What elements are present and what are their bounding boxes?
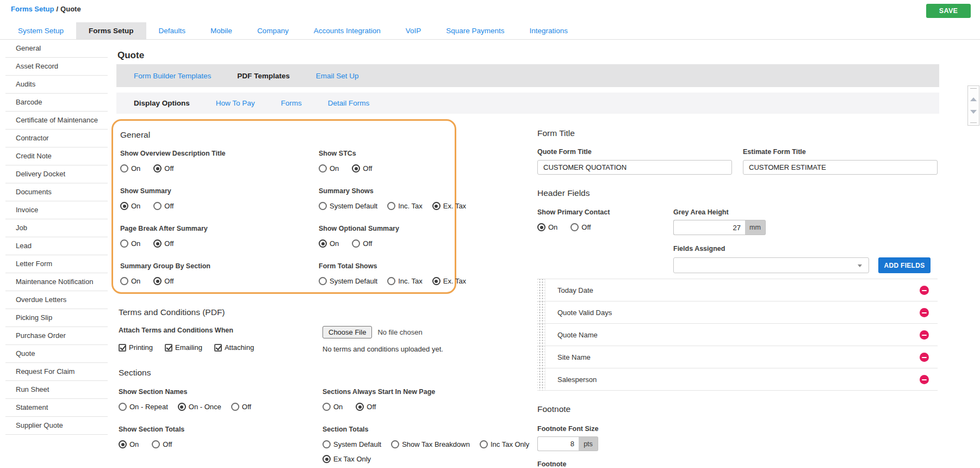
sidebar-item-audits[interactable]: Audits [5,76,108,94]
tab-display-options[interactable]: Display Options [134,99,190,107]
sidebar-item-overdue-letters[interactable]: Overdue Letters [5,291,108,309]
radio-option[interactable]: Off [570,223,591,231]
radio-option[interactable]: Ex Tax Only [322,455,371,463]
radio-option[interactable]: Inc. Tax [387,202,423,210]
drag-handle-icon[interactable] [537,368,545,390]
add-fields-button[interactable]: ADD FIELDS [878,257,931,273]
radio-option[interactable]: On [537,223,557,231]
radio-option[interactable]: Inc. Tax [387,277,423,285]
tab-email-set-up[interactable]: Email Set Up [316,72,359,80]
sidebar-item-purchase-order[interactable]: Purchase Order [5,327,108,345]
terms-heading: Terms and Conditions (PDF) [119,307,225,317]
drag-handle-icon[interactable] [537,279,545,301]
tab-square-payments[interactable]: Square Payments [433,22,517,39]
radio-option[interactable]: On [120,239,140,248]
radio-option[interactable]: On [319,164,339,173]
radio-option[interactable]: Off [352,164,372,173]
sidebar-item-asset-record[interactable]: Asset Record [5,58,108,76]
remove-field-button[interactable] [920,375,929,384]
field-summary-shows: Summary Shows System Default Inc. Tax Ex… [319,187,466,210]
tab-system-setup[interactable]: System Setup [5,22,76,39]
estimate-form-title-input[interactable] [743,160,938,175]
radio-option[interactable]: On - Once [178,403,221,411]
sidebar-item-statement[interactable]: Statement [5,399,108,417]
sidebar-item-documents[interactable]: Documents [5,183,108,201]
sidebar-item-lead[interactable]: Lead [5,237,108,255]
save-button[interactable]: SAVE [926,4,971,18]
radio-icon [387,202,395,210]
sidebar-item-invoice[interactable]: Invoice [5,201,108,219]
radio-option[interactable]: Off [153,202,173,210]
tab-pdf-templates[interactable]: PDF Templates [237,72,290,80]
sidebar-item-letter-form[interactable]: Letter Form [5,255,108,273]
sidebar-item-delivery-docket[interactable]: Delivery Docket [5,165,108,183]
radio-option[interactable]: Off [153,277,173,285]
radio-option[interactable]: On [319,239,339,248]
sidebar-item-picking-slip[interactable]: Picking Slip [5,309,108,327]
checkbox-printing[interactable]: Printing [119,343,153,352]
sidebar-item-general[interactable]: General [5,40,108,58]
scroll-up-icon[interactable] [970,97,977,101]
radio-option[interactable]: Off [153,164,173,173]
drag-handle-icon[interactable] [537,324,545,346]
sidebar-item-maintenance-notification[interactable]: Maintenance Notification [5,273,108,291]
tab-mobile[interactable]: Mobile [198,22,245,39]
remove-field-button[interactable] [920,353,929,362]
remove-field-button[interactable] [920,286,929,295]
radio-option[interactable]: On [120,277,140,285]
sidebar-item-run-sheet[interactable]: Run Sheet [5,381,108,399]
sidebar-item-barcode[interactable]: Barcode [5,94,108,112]
assigned-field-row-site-name: Site Name [537,346,938,368]
tab-voip[interactable]: VoIP [393,22,434,39]
scroll-down-icon[interactable] [970,110,977,114]
radio-option[interactable]: Off [153,239,173,248]
radio-option[interactable]: Ex. Tax [432,202,466,210]
radio-option[interactable]: On [120,164,140,173]
radio-option[interactable]: System Default [322,440,381,448]
choose-file-button[interactable]: Choose File [322,326,372,338]
tab-form-builder-templates[interactable]: Form Builder Templates [134,72,211,80]
radio-option[interactable]: Show Tax Breakdown [391,440,470,448]
tab-forms[interactable]: Forms [281,99,302,107]
drag-handle-icon[interactable] [537,346,545,368]
quote-form-title-input[interactable] [537,160,732,175]
sidebar-item-quote[interactable]: Quote [5,345,108,363]
sidebar-item-certificate-of-maintenance[interactable]: Certificate of Maintenance [5,112,108,130]
radio-option[interactable]: Off [356,403,376,411]
breadcrumb-link-forms-setup[interactable]: Forms Setup [11,5,54,13]
radio-option[interactable]: On [120,202,140,210]
tab-detail-forms[interactable]: Detail Forms [328,99,370,107]
footnote-font-size-input[interactable] [537,436,579,451]
sidebar-item-supplier-quote[interactable]: Supplier Quote [5,417,108,435]
fields-assigned-select[interactable] [673,257,869,273]
radio-option[interactable]: Off [352,239,372,248]
tab-defaults[interactable]: Defaults [146,22,199,39]
tab-how-to-pay[interactable]: How To Pay [216,99,255,107]
tab-accounts-integration[interactable]: Accounts Integration [301,22,393,39]
tab-company[interactable]: Company [245,22,301,39]
radio-option[interactable]: Off [231,403,251,411]
checkbox-attaching[interactable]: Attaching [214,343,254,352]
checkbox-emailing[interactable]: Emailing [165,343,202,352]
tab-forms-setup[interactable]: Forms Setup [76,22,146,39]
radio-option[interactable]: System Default [319,277,377,285]
grey-area-height-input[interactable] [673,220,745,235]
field-summary-group-by-section: Summary Group By Section On Off [120,262,210,285]
radio-option[interactable]: Off [152,440,172,448]
sidebar-item-contractor[interactable]: Contractor [5,130,108,147]
remove-field-button[interactable] [920,308,929,317]
remove-field-button[interactable] [920,330,929,340]
radio-icon [120,277,128,285]
sidebar-item-request-for-claim[interactable]: Request For Claim [5,363,108,381]
sidebar-item-credit-note[interactable]: Credit Note [5,147,108,165]
radio-option[interactable]: On [119,440,139,448]
radio-option[interactable]: Inc Tax Only [480,440,529,448]
scroll-control[interactable] [967,85,979,126]
drag-handle-icon[interactable] [537,301,545,323]
radio-option[interactable]: On [322,403,343,411]
radio-option[interactable]: On - Repeat [119,403,168,411]
radio-option[interactable]: Ex. Tax [432,277,466,285]
tab-integrations[interactable]: Integrations [517,22,581,39]
radio-option[interactable]: System Default [319,202,377,210]
sidebar-item-job[interactable]: Job [5,219,108,237]
